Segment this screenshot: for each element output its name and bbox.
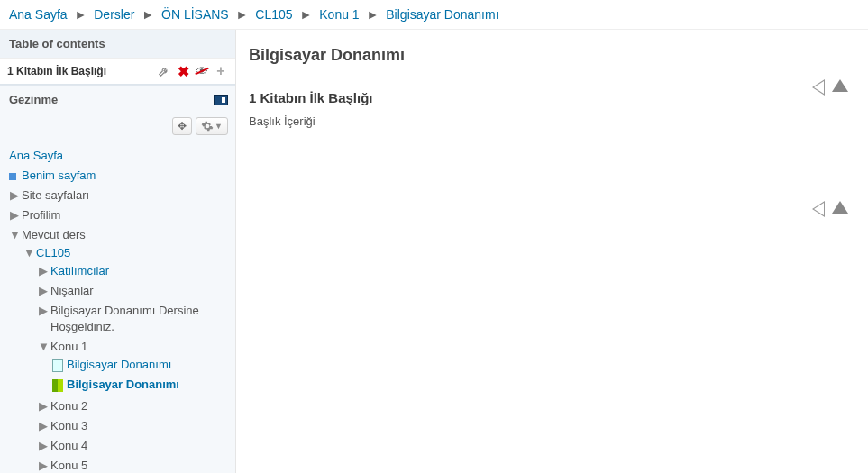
prev-chapter-icon[interactable] <box>812 79 825 96</box>
collapse-icon[interactable]: ▼ <box>38 339 49 355</box>
breadcrumb-item[interactable]: Ana Sayfa <box>9 7 68 22</box>
breadcrumb-sep: ► <box>300 7 313 22</box>
expand-icon[interactable]: ▶ <box>38 458 49 473</box>
sidebar: Table of contents 1 Kitabın İlk Başlığı … <box>0 30 236 473</box>
nav-home[interactable]: Ana Sayfa <box>9 149 63 162</box>
breadcrumb-item[interactable]: CL105 <box>255 7 292 22</box>
chapter-body: Başlık İçeriği <box>249 114 848 128</box>
wrench-icon[interactable] <box>157 64 171 78</box>
nav-topic3[interactable]: Konu 3 <box>50 419 87 432</box>
breadcrumb-sep: ► <box>75 7 87 22</box>
expand-icon[interactable]: ▶ <box>38 438 49 454</box>
up-icon[interactable] <box>832 79 848 92</box>
breadcrumb-item[interactable]: Konu 1 <box>319 7 359 22</box>
nav-block: Gezinme ✥ ▼ Ana Sayfa Benim sayfam ▶Site… <box>0 85 235 473</box>
nav-topic4[interactable]: Konu 4 <box>50 439 87 452</box>
book-icon <box>52 379 63 392</box>
nav-currentcourse[interactable]: Mevcut ders <box>22 228 86 241</box>
expand-icon[interactable]: ▶ <box>38 398 49 414</box>
expand-icon[interactable]: ▶ <box>38 303 49 319</box>
toc-block: Table of contents 1 Kitabın İlk Başlığı … <box>0 30 235 85</box>
breadcrumb-sep: ► <box>236 7 249 22</box>
chapter-title: 1 Kitabın İlk Başlığı <box>249 90 848 105</box>
nav-sitepages[interactable]: Site sayfaları <box>22 188 89 202</box>
nav-topic2[interactable]: Konu 2 <box>50 399 87 413</box>
toc-current-label: 1 Kitabın İlk Başlığı <box>7 65 157 77</box>
chapter-nav-top <box>812 79 848 96</box>
nav-resource-current[interactable]: Bilgisayar Donanımı <box>67 377 179 391</box>
breadcrumb-item[interactable]: Dersler <box>94 7 134 22</box>
expand-icon[interactable]: ▶ <box>38 263 49 279</box>
nav-badges[interactable]: Nişanlar <box>50 284 94 297</box>
breadcrumb-sep: ► <box>367 7 379 22</box>
nav-header: Gezinme <box>9 93 214 106</box>
breadcrumb: Ana Sayfa ► Dersler ► ÖN LİSANS ► CL105 … <box>0 0 868 30</box>
nav-course[interactable]: CL105 <box>36 246 70 259</box>
prev-chapter-icon[interactable] <box>812 201 825 217</box>
expand-icon[interactable]: ▶ <box>38 283 49 299</box>
gear-icon[interactable]: ▼ <box>196 117 228 135</box>
collapse-icon[interactable]: ▼ <box>9 227 20 243</box>
expand-icon[interactable]: ▶ <box>9 207 20 223</box>
page-icon <box>52 359 63 372</box>
hide-icon[interactable]: 👁 <box>195 64 209 78</box>
chapter-nav-bottom <box>812 201 848 217</box>
page-title: Bilgisayar Donanımı <box>249 46 848 65</box>
breadcrumb-item[interactable]: Bilgisayar Donanımı <box>386 7 498 22</box>
delete-icon[interactable]: ✖ <box>176 64 190 78</box>
nav-topic1[interactable]: Konu 1 <box>50 340 87 353</box>
toc-current-item: 1 Kitabın İlk Başlığı ✖ 👁 + <box>0 58 235 84</box>
nav-tree: Ana Sayfa Benim sayfam ▶Site sayfaları ▶… <box>0 142 235 473</box>
nav-topic5[interactable]: Konu 5 <box>50 459 87 472</box>
nav-profile[interactable]: Profilim <box>22 208 60 222</box>
main-content: Bilgisayar Donanımı 1 Kitabın İlk Başlığ… <box>236 30 868 473</box>
nav-resource[interactable]: Bilgisayar Donanımı <box>67 358 171 371</box>
breadcrumb-item[interactable]: ÖN LİSANS <box>161 7 229 22</box>
toc-header: Table of contents <box>0 30 235 58</box>
add-icon[interactable]: + <box>214 64 228 78</box>
collapse-icon[interactable]: ▼ <box>23 245 34 261</box>
nav-welcome[interactable]: Bilgisayar Donanımı Dersine Hoşgeldiniz. <box>50 303 213 335</box>
breadcrumb-sep: ► <box>142 7 154 22</box>
expand-icon[interactable]: ▶ <box>38 418 49 434</box>
move-icon[interactable]: ✥ <box>172 117 192 135</box>
dock-icon[interactable] <box>214 95 228 105</box>
nav-mypage[interactable]: Benim sayfam <box>22 168 96 182</box>
expand-icon[interactable]: ▶ <box>9 187 20 204</box>
nav-participants[interactable]: Katılımcılar <box>50 264 109 277</box>
up-icon[interactable] <box>832 201 848 214</box>
